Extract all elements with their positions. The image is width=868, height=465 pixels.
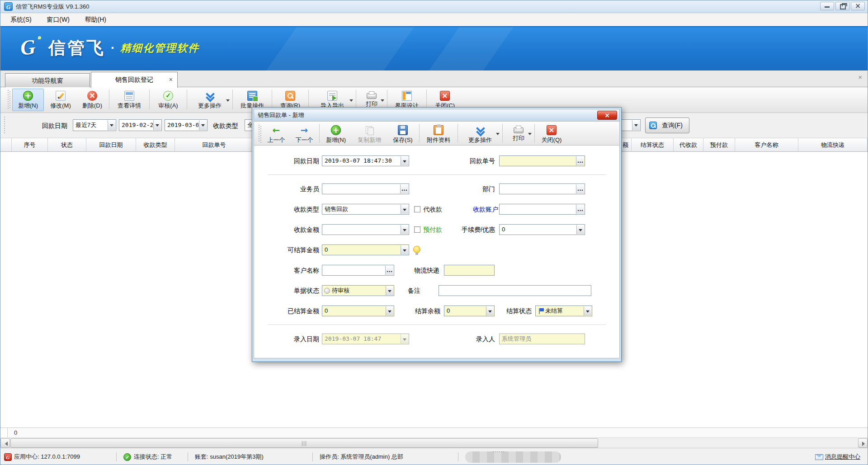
menu-system[interactable]: 系统(S)	[7, 13, 35, 26]
settleable-amount-combo[interactable]: 0	[322, 244, 409, 255]
tab-close-icon[interactable]: ×	[169, 72, 173, 87]
salesman-field[interactable]: …	[322, 183, 409, 194]
audit-button[interactable]: 审核(A)	[151, 89, 185, 111]
chevron-down-icon[interactable]	[496, 133, 500, 137]
ellipsis-button[interactable]: …	[576, 184, 584, 193]
column-header-selector[interactable]	[0, 138, 12, 151]
dropdown-arrow-icon[interactable]	[153, 120, 161, 130]
column-header-status[interactable]: 状态	[48, 138, 86, 151]
switch-operator-button[interactable]: 更换操作员	[725, 57, 771, 70]
chevron-down-icon[interactable]	[528, 133, 532, 137]
fee-discount-combo[interactable]: 0	[499, 224, 585, 235]
scroll-right-arrow[interactable]	[858, 438, 868, 448]
settle-status-combo[interactable]: 未结算	[535, 305, 592, 316]
restore-button[interactable]	[835, 2, 849, 10]
message-center-link[interactable]: 消息提醒中心	[815, 448, 860, 465]
dropdown-arrow-icon[interactable]	[386, 306, 393, 315]
logistics-field[interactable]	[444, 265, 495, 276]
column-header-payment-date[interactable]: 回款日期	[86, 138, 136, 151]
payment-type-dialog-combo[interactable]: 销售回款	[322, 204, 409, 215]
chevron-down-icon[interactable]	[349, 99, 353, 103]
previous-button[interactable]: 上一个	[263, 123, 289, 145]
menu-help[interactable]: 帮助(H)	[81, 13, 109, 26]
flag-icon	[538, 308, 544, 315]
user-center-button[interactable]: 用户中心	[771, 57, 816, 70]
date-to-combo[interactable]: 2019-03-07	[165, 119, 208, 131]
ellipsis-button[interactable]: …	[576, 156, 584, 165]
entry-person-field: 系统管理员	[499, 333, 585, 344]
toolbar-separator	[308, 89, 309, 109]
prepay-checkbox[interactable]	[414, 226, 420, 233]
column-header-customer[interactable]: 客户名称	[735, 138, 798, 151]
column-header-receipt-no[interactable]: 回款单号	[175, 138, 254, 151]
column-header-collection[interactable]: 代收款	[674, 138, 703, 151]
dialog-close-button[interactable]	[597, 111, 617, 120]
strip-close-icon[interactable]: ×	[858, 73, 862, 81]
dialog-new-button[interactable]: 新增(N)	[321, 123, 350, 145]
dropdown-arrow-icon[interactable]	[486, 306, 494, 315]
column-header-logistics[interactable]: 物流快递	[798, 138, 868, 151]
column-header-index[interactable]: 序号	[12, 138, 48, 151]
modify-button[interactable]: 修改(M)	[46, 89, 75, 111]
attachment-button[interactable]: 附件资料	[421, 123, 456, 145]
scrollbar-thumb[interactable]	[10, 438, 598, 448]
ellipsis-button[interactable]: …	[576, 205, 584, 214]
toolbar-label: 保存(S)	[389, 136, 417, 144]
payment-date-combo[interactable]: 2019-03-07 18:47:30	[322, 155, 409, 166]
hint-bulb-icon[interactable]	[413, 246, 420, 253]
dropdown-arrow-icon[interactable]	[584, 306, 591, 315]
column-header-payment-type[interactable]: 收款类型	[136, 138, 175, 151]
date-from-combo[interactable]: 2019-02-28	[119, 119, 162, 131]
department-field[interactable]: …	[499, 183, 585, 194]
receive-account-field[interactable]: …	[499, 204, 585, 215]
column-header-prepay[interactable]: 预付款	[703, 138, 735, 151]
toolbar-label: 审核(A)	[152, 102, 184, 110]
change-password-button[interactable]: 修改密码	[679, 57, 725, 70]
chevron-down-icon[interactable]	[226, 99, 230, 103]
my-workbench-button[interactable]: 我的工作台	[588, 57, 634, 70]
dropdown-arrow-icon[interactable]	[199, 120, 207, 130]
chevron-down-icon[interactable]	[381, 99, 384, 103]
exit-system-button[interactable]: 退出系统	[816, 57, 862, 70]
dropdown-arrow-icon[interactable]	[576, 225, 584, 234]
dialog-print-button[interactable]: 打印	[505, 123, 533, 145]
dropdown-arrow-icon[interactable]	[386, 286, 393, 295]
dialog-close-toolbar-button[interactable]: 关闭(Q)	[537, 123, 566, 145]
doc-status-combo[interactable]: 待审核	[322, 285, 394, 296]
customer-name-field[interactable]: …	[322, 265, 394, 276]
dropdown-arrow-icon[interactable]	[401, 245, 408, 254]
delete-button[interactable]: 删除(D)	[77, 89, 107, 111]
payment-amount-combo[interactable]	[322, 224, 409, 235]
dropdown-arrow-icon[interactable]	[108, 120, 115, 130]
new-button[interactable]: 新增(N)	[12, 89, 44, 111]
receipt-no-field[interactable]: …	[499, 155, 585, 166]
document-center-button[interactable]: 单据中心	[634, 57, 679, 70]
save-button[interactable]: 保存(S)	[388, 123, 417, 145]
remark-field[interactable]	[439, 285, 591, 296]
dialog-more-actions-button[interactable]: 更多操作	[460, 123, 500, 145]
dropdown-arrow-icon[interactable]	[401, 156, 408, 165]
ellipsis-button[interactable]: …	[400, 184, 408, 193]
view-detail-button[interactable]: 查看详情	[111, 89, 147, 111]
more-actions-button[interactable]: 更多操作	[189, 89, 231, 111]
menu-window[interactable]: 窗口(W)	[43, 13, 73, 26]
horizontal-scrollbar[interactable]	[0, 437, 868, 448]
field-value: 0	[502, 225, 576, 235]
receive-account-link[interactable]: 收款账户	[451, 204, 498, 215]
ellipsis-button[interactable]: …	[385, 266, 393, 275]
dropdown-arrow-icon[interactable]	[401, 225, 408, 234]
search-button[interactable]: 查询(F)	[645, 117, 689, 133]
minimize-button[interactable]	[820, 2, 834, 10]
settle-balance-combo[interactable]: 0	[444, 305, 495, 316]
column-header-settle-status[interactable]: 结算状态	[632, 138, 674, 151]
close-button[interactable]	[851, 2, 865, 10]
dropdown-arrow-icon[interactable]	[401, 205, 408, 214]
next-button[interactable]: 下一个	[291, 123, 317, 145]
settled-amount-combo[interactable]: 0	[322, 305, 394, 316]
tab-function-navigator[interactable]: 功能导航窗	[5, 73, 90, 87]
scroll-left-arrow[interactable]	[0, 438, 10, 448]
date-preset-combo[interactable]: 最近7天	[73, 119, 116, 131]
dropdown-arrow-icon[interactable]	[632, 120, 640, 130]
tab-sales-payment-register[interactable]: 销售回款登记 ×	[91, 72, 178, 88]
collection-checkbox[interactable]	[414, 206, 420, 212]
